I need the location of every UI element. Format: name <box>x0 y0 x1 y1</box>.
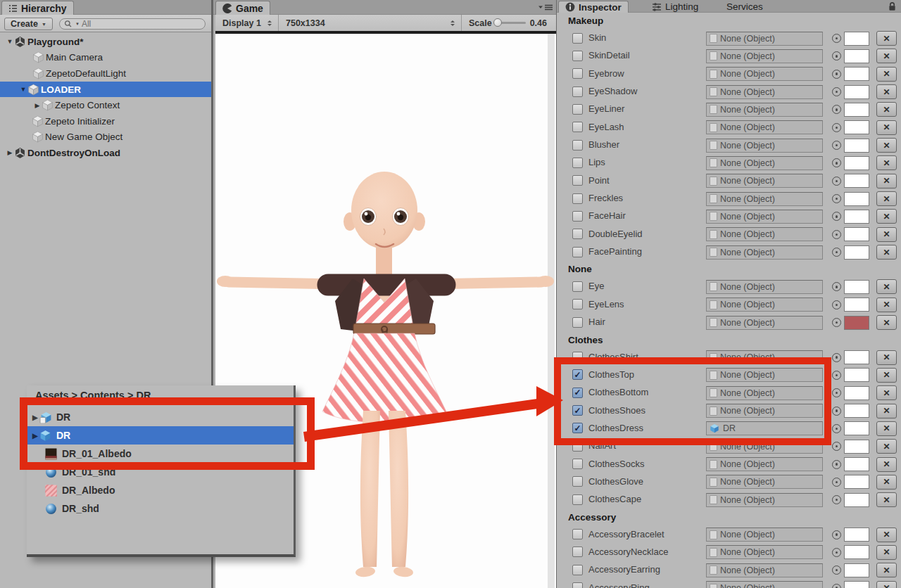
remove-button[interactable] <box>876 227 897 242</box>
color-swatch[interactable] <box>844 475 869 489</box>
checkbox-facehair[interactable] <box>572 211 583 222</box>
checkbox-lips[interactable] <box>572 158 583 168</box>
object-picker-icon[interactable] <box>832 105 841 114</box>
object-picker-icon[interactable] <box>832 371 841 380</box>
color-swatch[interactable] <box>844 245 869 260</box>
checkbox-eye[interactable] <box>572 281 583 292</box>
project-item-dr_01_shd[interactable]: DR_01_shd <box>27 463 294 481</box>
object-field-accessoryearring[interactable]: None (Object) <box>706 563 823 577</box>
tab-lighting[interactable]: Lighting <box>645 1 705 13</box>
checkbox-accessoryearring[interactable] <box>572 565 583 575</box>
remove-button[interactable] <box>876 155 897 170</box>
expand-right-icon[interactable] <box>33 102 42 109</box>
color-swatch[interactable] <box>844 493 869 507</box>
remove-button[interactable] <box>876 298 897 312</box>
checkbox-clothestop[interactable] <box>572 369 583 380</box>
object-picker-icon[interactable] <box>832 248 841 257</box>
checkbox-clothescape[interactable] <box>572 494 583 505</box>
object-picker-icon[interactable] <box>832 230 841 239</box>
create-button[interactable]: Create ▼ <box>4 18 53 30</box>
checkbox-accessorybracelet[interactable] <box>572 529 583 539</box>
remove-button[interactable] <box>876 315 897 330</box>
color-swatch[interactable] <box>844 563 869 577</box>
hierarchy-row-new-game-object[interactable]: New Game Object <box>0 129 211 146</box>
remove-button[interactable] <box>876 492 897 507</box>
object-field-clothesbottom[interactable]: None (Object) <box>706 386 823 400</box>
remove-button[interactable] <box>876 368 897 383</box>
remove-button[interactable] <box>876 245 897 260</box>
hierarchy-row-zepeto-context[interactable]: Zepeto Context <box>0 97 211 113</box>
object-picker-icon[interactable] <box>832 282 841 291</box>
color-swatch[interactable] <box>844 581 869 588</box>
remove-button[interactable] <box>876 191 897 206</box>
object-picker-icon[interactable] <box>832 51 841 60</box>
color-swatch[interactable] <box>844 210 869 224</box>
breadcrumb[interactable]: Assets > Contents > DR <box>35 390 151 401</box>
object-picker-icon[interactable] <box>832 407 841 416</box>
color-swatch[interactable] <box>844 227 869 241</box>
remove-button[interactable] <box>876 102 897 117</box>
color-swatch[interactable] <box>844 421 869 435</box>
color-swatch[interactable] <box>844 85 869 99</box>
object-field-clothescape[interactable]: None (Object) <box>706 493 823 507</box>
checkbox-skindetail[interactable] <box>572 51 583 61</box>
object-picker-icon[interactable] <box>832 318 841 327</box>
object-picker-icon[interactable] <box>832 460 841 469</box>
object-picker-icon[interactable] <box>832 530 841 539</box>
remove-button[interactable] <box>876 421 897 436</box>
object-field-hair[interactable]: None (Object) <box>706 316 823 330</box>
tab-inspector[interactable]: Inspector <box>558 1 629 13</box>
display-dropdown[interactable]: Display 1 <box>217 15 279 31</box>
checkbox-eyeshadow[interactable] <box>572 87 583 97</box>
color-swatch[interactable] <box>844 103 869 117</box>
remove-button[interactable] <box>876 385 897 400</box>
expand-right-icon[interactable] <box>27 432 38 440</box>
expand-down-icon[interactable] <box>6 38 14 45</box>
color-swatch[interactable] <box>844 67 869 81</box>
checkbox-clothesshoes[interactable] <box>572 405 583 416</box>
object-field-clothessocks[interactable]: None (Object) <box>706 457 823 471</box>
color-swatch[interactable] <box>844 49 869 63</box>
object-picker-icon[interactable] <box>832 495 841 504</box>
remove-button[interactable] <box>876 439 897 454</box>
expand-down-icon[interactable] <box>19 86 27 93</box>
object-field-clothestop[interactable]: None (Object) <box>706 368 823 382</box>
tab-services[interactable]: Services <box>720 1 769 13</box>
object-field-nailart[interactable]: None (Object) <box>706 440 823 454</box>
object-picker-icon[interactable] <box>832 158 841 167</box>
color-swatch[interactable] <box>844 457 869 471</box>
remove-button[interactable] <box>876 174 897 188</box>
object-field-eyeshadow[interactable]: None (Object) <box>706 85 823 99</box>
color-swatch[interactable] <box>844 156 869 170</box>
object-picker-icon[interactable] <box>832 212 841 221</box>
object-picker-icon[interactable] <box>832 123 841 132</box>
scale-slider-knob[interactable] <box>493 18 502 27</box>
remove-button[interactable] <box>876 545 897 560</box>
color-swatch[interactable] <box>844 404 869 418</box>
checkbox-eyelens[interactable] <box>572 299 583 309</box>
remove-button[interactable] <box>876 138 897 153</box>
checkbox-point[interactable] <box>572 175 583 186</box>
hierarchy-row-dontdestroyonload[interactable]: DontDestroyOnLoad <box>0 145 211 161</box>
object-picker-icon[interactable] <box>832 478 841 487</box>
project-item-dr[interactable]: DR <box>27 426 294 445</box>
object-picker-icon[interactable] <box>832 141 841 150</box>
object-field-eyelash[interactable]: None (Object) <box>706 120 823 134</box>
tab-hierarchy[interactable]: Hierarchy <box>1 1 74 15</box>
object-picker-icon[interactable] <box>832 300 841 309</box>
tab-game[interactable]: Game <box>215 1 270 15</box>
checkbox-eyebrow[interactable] <box>572 68 583 79</box>
object-picker-icon[interactable] <box>832 70 841 79</box>
checkbox-blusher[interactable] <box>572 140 583 151</box>
color-swatch[interactable] <box>844 316 869 330</box>
object-picker-icon[interactable] <box>832 388 841 397</box>
color-swatch[interactable] <box>844 298 869 312</box>
checkbox-eyeliner[interactable] <box>572 104 583 115</box>
object-picker-icon[interactable] <box>832 194 841 203</box>
color-swatch[interactable] <box>844 120 869 134</box>
object-field-accessorynecklace[interactable]: None (Object) <box>706 545 823 559</box>
object-field-clothesglove[interactable]: None (Object) <box>706 475 823 489</box>
object-field-eyebrow[interactable]: None (Object) <box>706 67 823 81</box>
object-field-eyelens[interactable]: None (Object) <box>706 298 823 312</box>
checkbox-nailart[interactable] <box>572 441 583 452</box>
